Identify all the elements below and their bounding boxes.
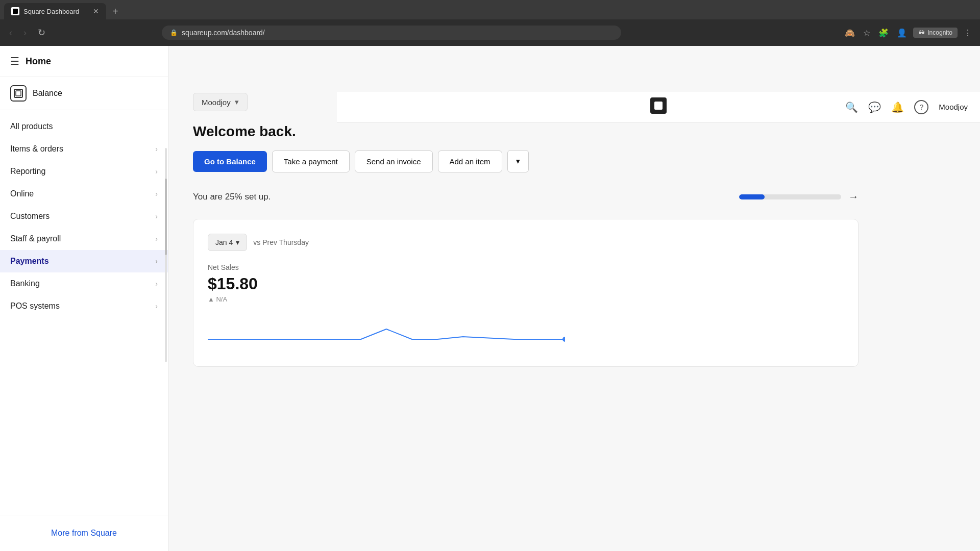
main-content: Moodjoy ▾ Welcome back. Go to Balance Ta… <box>168 77 980 551</box>
address-bar[interactable]: 🔒 squareup.com/dashboard/ <box>162 26 621 40</box>
sidebar-item-payments-label: Payments <box>10 257 49 266</box>
line-chart-svg <box>208 311 565 352</box>
sidebar-item-staff-payroll-label: Staff & payroll <box>10 234 61 243</box>
sidebar-home-label[interactable]: Home <box>26 56 51 67</box>
chat-icon[interactable]: 💬 <box>868 101 881 113</box>
sidebar-item-online-label: Online <box>10 189 34 198</box>
sidebar-item-pos-systems[interactable]: POS systems › <box>0 295 168 317</box>
sidebar-item-customers[interactable]: Customers › <box>0 205 168 228</box>
user-menu[interactable]: Moodjoy <box>939 103 968 111</box>
svg-rect-3 <box>654 102 663 110</box>
balance-icon <box>10 85 27 102</box>
sidebar-item-items-orders-label: Items & orders <box>10 144 63 154</box>
svg-point-4 <box>562 337 565 342</box>
browser-chrome: Square Dashboard ✕ + ‹ › ↻ 🔒 squareup.co… <box>0 0 980 46</box>
star-icon[interactable]: ☆ <box>861 26 872 40</box>
sidebar-item-all-products[interactable]: All products <box>0 115 168 138</box>
comparison-text: vs Prev Thursday <box>253 238 309 246</box>
chart-controls: Jan 4 ▾ vs Prev Thursday <box>208 234 844 251</box>
chevron-right-icon: › <box>155 167 158 176</box>
tab-close-button[interactable]: ✕ <box>93 7 99 15</box>
menu-dots-icon[interactable]: ⋮ <box>962 26 974 40</box>
chart-section: Jan 4 ▾ vs Prev Thursday Net Sales $15.8… <box>193 219 859 367</box>
sidebar-item-staff-payroll[interactable]: Staff & payroll › <box>0 228 168 250</box>
sidebar-item-reporting-label: Reporting <box>10 167 45 176</box>
go-to-balance-button[interactable]: Go to Balance <box>193 151 267 172</box>
add-item-button[interactable]: Add an item <box>438 151 502 172</box>
eye-slash-icon: 🙈 <box>843 26 857 40</box>
setup-right: → <box>739 191 859 203</box>
change-value: ▲ N/A <box>208 295 227 303</box>
hamburger-icon[interactable]: ☰ <box>10 55 19 67</box>
tab-favicon <box>11 7 19 15</box>
extension-icon[interactable]: 🧩 <box>876 26 891 40</box>
chevron-right-icon: › <box>155 212 158 220</box>
chevron-right-icon: › <box>155 190 158 198</box>
top-nav-right: 🔍 💬 🔔 ? Moodjoy <box>845 100 968 114</box>
expand-actions-button[interactable]: ▾ <box>507 150 529 172</box>
active-tab[interactable]: Square Dashboard ✕ <box>4 3 106 19</box>
sidebar-header: ☰ Home <box>0 46 168 77</box>
date-caret-icon: ▾ <box>236 238 239 246</box>
chevron-right-icon: › <box>155 280 158 288</box>
app-container: ☰ Home Balance All products Items & orde… <box>0 46 980 551</box>
notification-bell-icon[interactable]: 🔔 <box>891 101 904 113</box>
sidebar-item-customers-label: Customers <box>10 212 50 221</box>
sidebar-item-pos-systems-label: POS systems <box>10 302 60 311</box>
tab-title: Square Dashboard <box>23 8 79 15</box>
sidebar-balance-item[interactable]: Balance <box>0 77 168 110</box>
url-text: squareup.com/dashboard/ <box>182 29 265 37</box>
sidebar-scrollbar <box>165 148 167 362</box>
action-buttons-row: Go to Balance Take a payment Send an inv… <box>193 150 859 172</box>
chevron-right-icon: › <box>155 302 158 310</box>
take-payment-button[interactable]: Take a payment <box>272 151 350 172</box>
sidebar-item-items-orders[interactable]: Items & orders › <box>0 138 168 160</box>
date-filter-label: Jan 4 <box>215 238 233 246</box>
net-sales-label: Net Sales <box>208 263 844 271</box>
square-logo <box>650 97 667 117</box>
chart-change-indicator: ▲ N/A <box>208 295 844 303</box>
browser-toolbar: ‹ › ↻ 🔒 squareup.com/dashboard/ 🙈 ☆ 🧩 👤 … <box>0 19 980 46</box>
caret-down-icon: ▾ <box>235 97 239 107</box>
sidebar-item-reporting[interactable]: Reporting › <box>0 160 168 183</box>
help-icon[interactable]: ? <box>914 100 928 114</box>
sidebar-bottom: More from Square <box>0 515 168 551</box>
setup-section: You are 25% set up. → <box>193 191 859 203</box>
incognito-label: Incognito <box>927 29 952 36</box>
tab-bar: Square Dashboard ✕ + <box>0 0 980 19</box>
progress-bar <box>739 194 841 199</box>
sidebar-item-payments[interactable]: Payments › <box>0 250 168 272</box>
lock-icon: 🔒 <box>170 29 178 36</box>
sidebar-item-banking[interactable]: Banking › <box>0 272 168 295</box>
back-button[interactable]: ‹ <box>6 26 15 40</box>
main-inner: Moodjoy ▾ Welcome back. Go to Balance Ta… <box>168 77 883 383</box>
chevron-right-icon: › <box>155 235 158 243</box>
progress-bar-fill <box>739 194 765 199</box>
new-tab-button[interactable]: + <box>108 4 122 19</box>
sidebar-item-banking-label: Banking <box>10 279 40 288</box>
chart-visual <box>208 311 844 352</box>
date-filter-selector[interactable]: Jan 4 ▾ <box>208 234 247 251</box>
send-invoice-button[interactable]: Send an invoice <box>355 151 433 172</box>
sidebar-scrollbar-thumb <box>165 179 167 255</box>
sidebar-item-all-products-label: All products <box>10 122 53 131</box>
profile-icon[interactable]: 👤 <box>895 26 909 40</box>
business-name: Moodjoy <box>202 98 231 107</box>
more-from-square-button[interactable]: More from Square <box>10 523 158 543</box>
chevron-right-icon: › <box>155 145 158 153</box>
sidebar: ☰ Home Balance All products Items & orde… <box>0 46 168 551</box>
search-icon[interactable]: 🔍 <box>845 101 858 113</box>
sidebar-item-online[interactable]: Online › <box>0 183 168 205</box>
sidebar-nav: All products Items & orders › Reporting … <box>0 110 168 515</box>
progress-arrow-button[interactable]: → <box>848 191 859 203</box>
net-sales-amount: $15.80 <box>208 274 844 293</box>
top-nav-bar: 🔍 💬 🔔 ? Moodjoy <box>337 92 980 122</box>
business-selector[interactable]: Moodjoy ▾ <box>193 93 248 111</box>
forward-button[interactable]: › <box>20 26 30 40</box>
reload-button[interactable]: ↻ <box>35 25 48 40</box>
setup-progress-text: You are 25% set up. <box>193 192 271 202</box>
incognito-icon: 🕶 <box>918 29 924 36</box>
incognito-badge: 🕶 Incognito <box>913 28 958 38</box>
toolbar-right: 🙈 ☆ 🧩 👤 🕶 Incognito ⋮ <box>843 26 974 40</box>
chevron-right-icon: › <box>155 257 158 265</box>
